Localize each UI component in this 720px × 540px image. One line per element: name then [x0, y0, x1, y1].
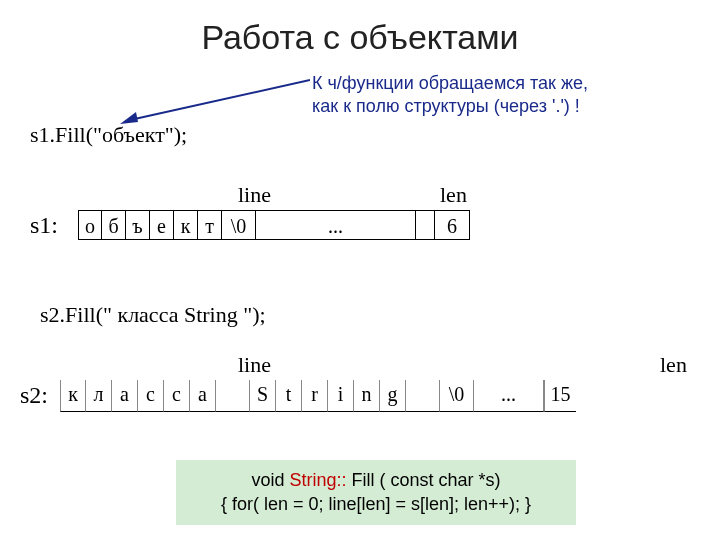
s2-cell: t — [276, 380, 302, 412]
s1-cell-null: \0 — [222, 210, 256, 240]
s2-cell: n — [354, 380, 380, 412]
code-definition: void String:: Fill ( const char *s) { fo… — [176, 460, 576, 525]
s2-cell-null: \0 — [440, 380, 474, 412]
label-s1: s1: — [30, 212, 58, 239]
note-line1: К ч/функции обращаемся так же, — [312, 73, 588, 93]
s1-len: 6 — [434, 210, 470, 240]
s1-ellipsis: ... — [256, 210, 416, 240]
s1-cell: ъ — [126, 210, 150, 240]
s2-len: 15 — [544, 380, 576, 412]
s2-cell: а — [190, 380, 216, 412]
code-call-s1: s1.Fill("объект"); — [30, 122, 187, 148]
svg-line-0 — [130, 80, 310, 120]
s2-cell: r — [302, 380, 328, 412]
s2-cell: а — [112, 380, 138, 412]
header-line-s1: line — [238, 182, 271, 208]
s2-cell: g — [380, 380, 406, 412]
s1-array: объект\0...6 — [78, 210, 470, 240]
s1-cell: е — [150, 210, 174, 240]
s2-cell: с — [138, 380, 164, 412]
note-text: К ч/функции обращаемся так же, как к пол… — [312, 72, 712, 119]
s2-cell: с — [164, 380, 190, 412]
code-classname: String:: — [289, 470, 346, 490]
s1-gap — [416, 210, 434, 240]
s1-cell: б — [102, 210, 126, 240]
s2-cell: л — [86, 380, 112, 412]
s2-array: класса String \0...15 — [60, 380, 720, 414]
s2-ellipsis: ... — [474, 380, 544, 412]
s2-cell — [216, 380, 250, 412]
code-pre: void — [251, 470, 289, 490]
code-body: { for( len = 0; line[len] = s[len]; len+… — [221, 494, 531, 514]
s1-cell: о — [78, 210, 102, 240]
label-s2: s2: — [20, 382, 48, 409]
code-post: Fill ( const char *s) — [347, 470, 501, 490]
s1-cell: к — [174, 210, 198, 240]
s2-cell: i — [328, 380, 354, 412]
note-line2: как к полю структуры (через '.') ! — [312, 96, 580, 116]
s1-cell: т — [198, 210, 222, 240]
code-call-s2: s2.Fill(" класса String "); — [40, 302, 266, 328]
s2-cell: S — [250, 380, 276, 412]
header-line-s2: line — [238, 352, 271, 378]
s2-cell — [406, 380, 440, 412]
header-len-s1: len — [440, 182, 467, 208]
arrow-to-call — [120, 78, 310, 124]
header-len-s2: len — [660, 352, 687, 378]
slide-title: Работа с объектами — [0, 18, 720, 57]
s2-cell: к — [60, 380, 86, 412]
